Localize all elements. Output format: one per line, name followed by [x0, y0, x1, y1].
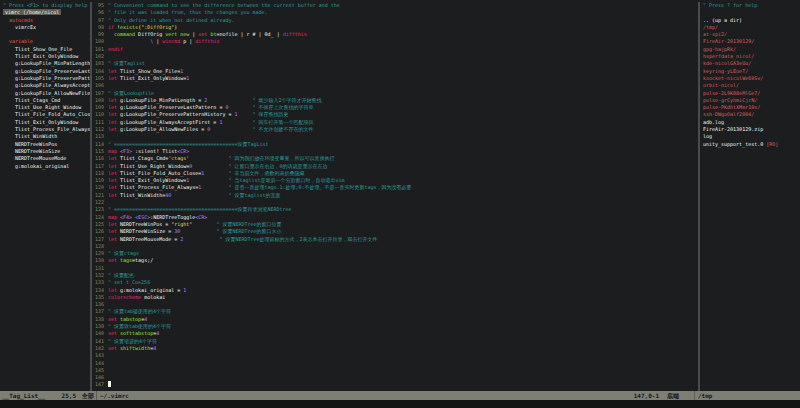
nerdtree-row[interactable]: pulse-grCyhmiCjcN/ [700, 97, 800, 104]
nerdtree-row[interactable]: ssh-DWgoOalf2004/ [700, 111, 800, 118]
taglist-row[interactable]: NERDTreeWinPos [0, 141, 90, 148]
nerdtree-row[interactable]: .. (up a dir) [700, 17, 800, 24]
taglist-row[interactable]: g:LookupFile_AlwaysAcceptFirst [0, 82, 90, 89]
command-line[interactable] [0, 400, 800, 408]
code-line[interactable]: 96" file it was loaded from, thus the ch… [92, 9, 698, 16]
taglist-row[interactable]: g:LookupFile_PreserveLastPattern [0, 68, 90, 75]
code-line[interactable]: 117let Tlist_Use_Right_Window=0 " 让窗口显示在… [92, 163, 698, 170]
nerdtree-row[interactable]: /tmp/ [700, 24, 800, 31]
code-line[interactable]: 146 [92, 374, 698, 381]
taglist-row[interactable]: Tlist_Show_One_File [0, 46, 90, 53]
nerdtree-row[interactable]: gpg-hajpRk/ [700, 46, 800, 53]
code-line[interactable]: 126let NERDTreeWinSize = 30 " 设置NERDTree… [92, 228, 698, 235]
code-line[interactable]: 123" ===================================… [92, 206, 698, 213]
code-line[interactable]: 113 [92, 133, 698, 140]
nerdtree-row[interactable]: pulse-2L9K88eMlGe7/ [700, 90, 800, 97]
editor-window[interactable]: 95" Convenient command to see the differ… [92, 2, 698, 391]
code-line[interactable]: 139" 设置软tab使用的4个字符 [92, 323, 698, 330]
nerdtree-row[interactable]: kde-nicolGA3eUu/ [700, 60, 800, 67]
code-line[interactable]: 131 [92, 265, 698, 272]
taglist-row[interactable]: Tlist_Exit_OnlyWindow [0, 119, 90, 126]
nerdtree-row[interactable]: hsperfdata_nicol/ [700, 53, 800, 60]
taglist-row[interactable]: " Press <F1> to display help text [0, 2, 90, 9]
code-line[interactable]: 109let g:LookupFile_PreserveLastPattern … [92, 104, 698, 111]
code-line[interactable]: 119let Tlist_Exit_OnlyWindow=1 " 当taglis… [92, 177, 698, 184]
code-line[interactable]: 144 [92, 360, 698, 367]
taglist-row[interactable] [0, 31, 90, 38]
code-line[interactable]: 143 [92, 352, 698, 359]
code-line[interactable]: 95" Convenient command to see the differ… [92, 2, 698, 9]
code-line[interactable]: 114" ===================================… [92, 141, 698, 148]
nerdtree-row[interactable]: keyring-yLEoeT/ [700, 68, 800, 75]
code-line[interactable]: 111let g:LookupFile_AlwaysAcceptFirst = … [92, 119, 698, 126]
code-line[interactable]: 121let Tlist_WinWidth=40 " 设置taglist的宽度 [92, 192, 698, 199]
nerdtree-row[interactable]: orbit-nicol/ [700, 82, 800, 89]
taglist-row[interactable]: Tlist_File_Fold_Auto_Close [0, 111, 90, 118]
nerdtree-row[interactable]: pulse-PKdhtXMmr10s/ [700, 104, 800, 111]
nerdtree-row[interactable] [700, 9, 800, 16]
taglist-row[interactable]: NERDTreeMouseMode [0, 155, 90, 162]
code-line[interactable]: 137" 设置tab键使用的4个字符 [92, 308, 698, 315]
taglist-row[interactable]: g:LookupFile_MinPatLength [0, 60, 90, 67]
nerdtree-window[interactable]: " Press ? for help.. (up a dir)/tmp/at-s… [700, 2, 800, 391]
taglist-row[interactable]: NERDTreeWinSize [0, 148, 90, 155]
nerdtree-row[interactable]: FireAir-20130129/ [700, 38, 800, 45]
code-line[interactable]: 112let g:LookupFile_AllowNewFiles = 0 " … [92, 126, 698, 133]
code-line[interactable]: 128 [92, 243, 698, 250]
code-line[interactable]: 107" 设置Lookupfile [92, 90, 698, 97]
code-line[interactable]: 136 [92, 301, 698, 308]
code-line[interactable]: 133" set t_Co=256 [92, 279, 698, 286]
taglist-row[interactable]: variable [0, 38, 90, 45]
taglist-row[interactable]: Tlist_Exit_OnlyWindow [0, 53, 90, 60]
nerdtree-row[interactable]: adb.log [700, 119, 800, 126]
code-line[interactable]: 99 command DiffOrig vert new | set bt=no… [92, 31, 698, 38]
code-line[interactable]: 108let g:LookupFile_MinPatLength = 2 " 最… [92, 97, 698, 104]
taglist-row[interactable]: vimrcEx [0, 24, 90, 31]
taglist-row[interactable]: g:LookupFile_AllowNewFiles [0, 90, 90, 97]
code-line[interactable]: 98if !exists(":DiffOrig") [92, 24, 698, 31]
code-line[interactable]: 120let Tlist_Process_File_Always=1 " 是否一… [92, 184, 698, 191]
code-line[interactable]: 105let Tlist_Exit_OnlyWindow=1 [92, 75, 698, 82]
nerdtree-row[interactable]: FireAir-20130129.zip [700, 126, 800, 133]
code-line[interactable]: 110let g:LookupFile_PreservePatternHisto… [92, 111, 698, 118]
code-line[interactable]: 122 [92, 199, 698, 206]
code-line[interactable]: 116let Tlist_Ctags_Cmd='ctags' " 因为我们放在环… [92, 155, 698, 162]
nerdtree-row[interactable]: " Press ? for help [700, 2, 800, 9]
code-line[interactable]: 135colorscheme molokai [92, 294, 698, 301]
nerdtree-row[interactable]: unity_support_test.0 [RO] [700, 141, 800, 148]
code-line[interactable]: 124map <F4> <ESC>:NERDTreeToggle<CR> [92, 214, 698, 221]
taglist-row[interactable]: vimrc (/home/nicol [0, 9, 90, 16]
code-line[interactable]: 103" 设置Taglist [92, 60, 698, 67]
code-line[interactable]: 127let NERDTreeMouseMode = 2 " 设置NERDTre… [92, 236, 698, 243]
code-line[interactable]: 106 [92, 82, 698, 89]
taglist-row[interactable]: g:LookupFile_PreservePatternHistory [0, 75, 90, 82]
code-line[interactable]: 104let Tlist_Show_One_File=1 [92, 68, 698, 75]
code-line[interactable]: 140set softtabstop=4 [92, 330, 698, 337]
code-line[interactable]: 130set tags=tags;/ [92, 257, 698, 264]
taglist-row[interactable]: Tlist_Process_File_Always [0, 126, 90, 133]
code-line[interactable]: 142set shiftwidth=4 [92, 345, 698, 352]
taglist-row[interactable]: Tlist_Ctags_Cmd [0, 97, 90, 104]
code-line[interactable]: 147 [92, 381, 698, 388]
nerdtree-row[interactable]: at-spi2/ [700, 31, 800, 38]
code-line[interactable]: 145 [92, 367, 698, 374]
code-line[interactable]: 134let g:molokai_original = 1 [92, 287, 698, 294]
taglist-row[interactable]: Tlist_Use_Right_Window [0, 104, 90, 111]
code-line[interactable]: 129" 设置ctags [92, 250, 698, 257]
code-line[interactable]: 97" Only define it when not defined alre… [92, 17, 698, 24]
taglist-row[interactable]: g:molokai_original [0, 163, 90, 170]
code-line[interactable]: 100 \ | wincmd p | diffthis [92, 38, 698, 45]
code-line[interactable]: 125let NERDTreeWinPos = "right" " 设置NERD… [92, 221, 698, 228]
code-line[interactable]: 138set tabstop=4 [92, 316, 698, 323]
taglist-row[interactable]: autocmds [0, 17, 90, 24]
code-line[interactable]: 115map <F3> :silent! Tlist<CR> [92, 148, 698, 155]
taglist-window[interactable]: " Press <F1> to display help textvimrc (… [0, 2, 90, 391]
code-line[interactable]: 132" 设置配色 [92, 272, 698, 279]
taglist-row[interactable]: Tlist_WinWidth [0, 133, 90, 140]
nerdtree-row[interactable]: log [700, 133, 800, 140]
code-line[interactable]: 141" 设置缩进的4个字符 [92, 338, 698, 345]
nerdtree-row[interactable]: ksocket-nicolWe60Sv/ [700, 75, 800, 82]
code-line[interactable]: 101endif [92, 46, 698, 53]
code-line[interactable]: 102 [92, 53, 698, 60]
code-line[interactable]: 118let Tlist_File_Fold_Auto_Close=1 " 非当… [92, 170, 698, 177]
